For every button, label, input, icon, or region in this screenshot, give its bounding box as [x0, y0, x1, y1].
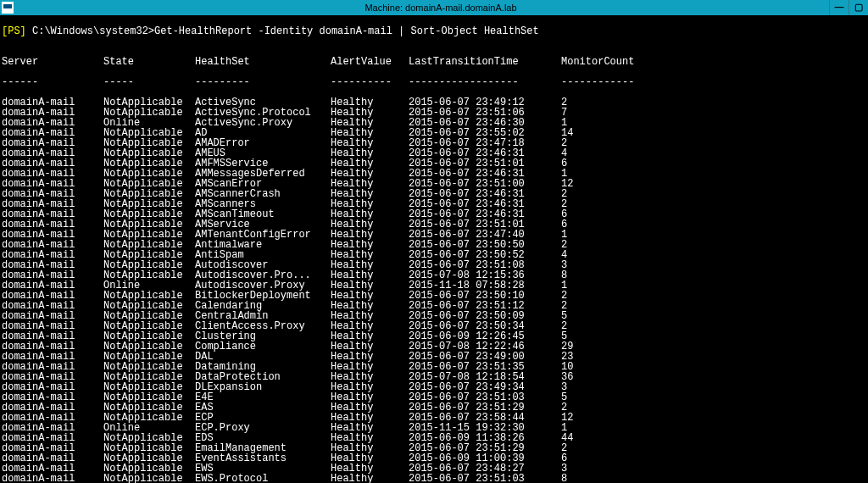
cell-monitorcount: 2	[561, 199, 612, 209]
cell-state: NotApplicable	[103, 474, 195, 483]
cell-healthset: ActiveSync.Proxy	[195, 118, 331, 128]
cell-monitorcount: 2	[561, 189, 612, 199]
cell-monitorcount: 6	[561, 453, 612, 464]
maximize-button[interactable]: ▢	[849, 0, 868, 15]
cell-monitorcount: 7	[561, 108, 612, 118]
col-header-healthset: HealthSet	[195, 57, 331, 67]
cell-monitorcount: 44	[561, 433, 612, 443]
cell-monitorcount: 14	[561, 128, 612, 138]
cell-healthset: EWS.Protocol	[195, 474, 331, 483]
cell-monitorcount: 8	[561, 474, 612, 483]
cell-monitorcount: 2	[561, 301, 612, 311]
cell-monitorcount: 6	[561, 209, 612, 219]
cell-monitorcount: 4	[561, 148, 612, 158]
cell-alertvalue: Healthy	[331, 474, 409, 483]
prompt-path: C:\Windows\system32>	[26, 25, 154, 37]
powershell-icon	[2, 2, 14, 14]
terminal[interactable]: [PS] C:\Windows\system32>Get-HealthRepor…	[0, 15, 868, 483]
cell-monitorcount: 5	[561, 392, 612, 402]
title-bar: Machine: domainA-mail.domainA.lab — ▢	[0, 0, 868, 15]
col-header-server: Server	[2, 57, 103, 67]
cell-lasttransitiontime: 2015-06-07 23:51:03	[409, 474, 561, 483]
minimize-button[interactable]: —	[829, 0, 849, 15]
cell-monitorcount: 3	[561, 464, 612, 474]
cell-healthset: DLExpansion	[195, 382, 331, 392]
cell-healthset: EventAssistants	[195, 453, 331, 464]
cell-monitorcount: 2	[561, 291, 612, 301]
cell-monitorcount: 6	[561, 158, 612, 169]
cell-healthset: Compliance	[195, 341, 331, 352]
cell-monitorcount: 8	[561, 270, 612, 280]
window-controls: — ▢	[829, 0, 868, 15]
cell-monitorcount: 4	[561, 250, 612, 260]
col-header-monitorcount: MonitorCount	[561, 57, 612, 67]
cell-monitorcount: 2	[561, 97, 612, 108]
window-title: Machine: domainA-mail.domainA.lab	[14, 3, 868, 13]
column-header-row: ServerStateHealthSetAlertValueLastTransi…	[2, 57, 866, 67]
col-header-alertvalue: AlertValue	[331, 57, 409, 67]
cell-monitorcount: 2	[561, 443, 612, 453]
prompt-tag: [PS]	[2, 25, 26, 37]
header-underline: ----------------------------------------…	[2, 77, 866, 87]
cell-server: domainA-mail	[2, 474, 103, 483]
cell-monitorcount: 2	[561, 321, 612, 331]
cell-healthset: EAS	[195, 402, 331, 413]
cell-monitorcount: 3	[561, 260, 612, 270]
cell-monitorcount: 5	[561, 311, 612, 321]
cell-monitorcount: 12	[561, 413, 612, 423]
cell-monitorcount: 1	[561, 230, 612, 240]
col-header-lasttransitiontime: LastTransitionTime	[409, 57, 561, 67]
cell-monitorcount: 36	[561, 372, 612, 382]
cell-healthset: ECP.Proxy	[195, 423, 331, 433]
table-row: domainA-mailNotApplicableEWS.ProtocolHea…	[2, 474, 866, 483]
cell-monitorcount: 6	[561, 219, 612, 230]
cell-monitorcount: 2	[561, 240, 612, 250]
output-rows: domainA-mailNotApplicableActiveSyncHealt…	[2, 97, 866, 483]
command-text: Get-HealthReport -Identity domainA-mail …	[154, 25, 539, 37]
cell-monitorcount: 12	[561, 179, 612, 189]
cell-monitorcount: 2	[561, 138, 612, 148]
col-header-state: State	[103, 57, 195, 67]
cell-healthset: E4E	[195, 392, 331, 402]
cell-monitorcount: 3	[561, 382, 612, 392]
cell-monitorcount: 1	[561, 280, 612, 291]
